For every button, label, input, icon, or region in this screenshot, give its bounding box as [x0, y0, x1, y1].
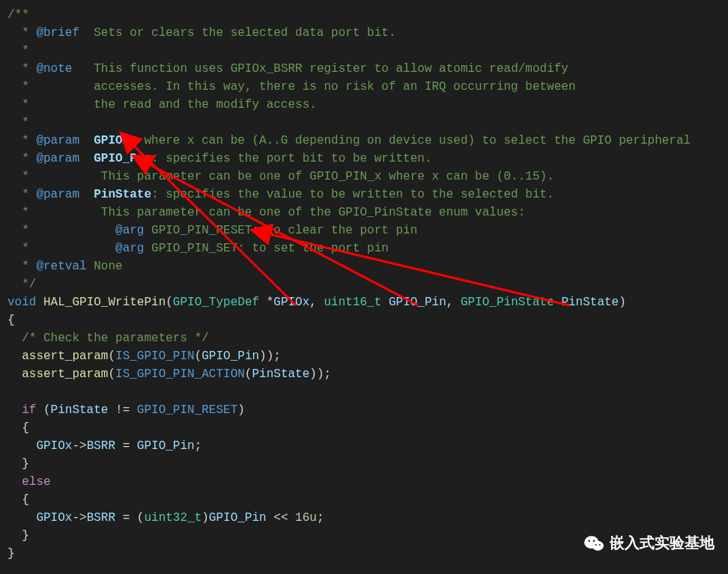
svg-point-4 — [593, 540, 595, 542]
param3-name: PinState — [94, 188, 151, 201]
type-uint32: uint32_t — [144, 511, 201, 525]
note-line2: accesses. In this way, there is no risk … — [94, 80, 575, 94]
param3-desc2: This parameter can be one of the GPIO_Pi… — [101, 206, 526, 219]
code-editor: /** * @brief Sets or clears the selected… — [0, 0, 728, 569]
shift-literal: 16u — [295, 511, 317, 525]
assert-call: assert_param — [22, 349, 108, 363]
comment-close: */ — [22, 278, 36, 291]
param2-desc: : specifies the port bit to be written. — [151, 152, 431, 165]
keyword-void: void — [7, 296, 36, 309]
body-comment: /* Check the parameters */ — [22, 332, 209, 345]
watermark-text: 嵌入式实验基地 — [610, 533, 715, 553]
arg-gpiopin: GPIO_Pin — [389, 296, 446, 309]
keyword-if: if — [22, 403, 36, 417]
retval-text: None — [94, 260, 122, 273]
type-gpiotypedef: GPIO_TypeDef — [173, 296, 259, 309]
arg-pinstate: PinState — [561, 296, 619, 309]
macro-isgpiopin: IS_GPIO_PIN — [115, 349, 195, 363]
doxygen-tag-param: @param — [36, 134, 79, 147]
function-name: HAL_GPIO_WritePin — [43, 296, 166, 309]
arg-gpiox: GPIOx — [273, 296, 309, 309]
brief-text: Sets or clears the selected data port bi… — [94, 26, 395, 40]
macro-isgpioaction: IS_GPIO_PIN_ACTION — [115, 367, 245, 381]
note-line3: the read and the modify access. — [94, 98, 317, 112]
doxygen-tag-retval: @retval — [36, 260, 86, 273]
svg-point-6 — [599, 543, 601, 545]
param1-desc: : where x can be (A..G depending on devi… — [130, 134, 691, 147]
arg2-text: GPIO_PIN_SET: to set the port pin — [151, 242, 389, 255]
type-uint16: uint16_t — [324, 296, 382, 309]
param3-desc: : specifies the value to be written to t… — [151, 188, 554, 201]
note-line1: This function uses GPIOx_BSRR register t… — [94, 62, 568, 76]
doxygen-tag-note: @note — [36, 62, 72, 76]
doxygen-tag-brief: @brief — [36, 26, 79, 40]
param2-desc2: This parameter can be one of GPIO_PIN_x … — [101, 170, 554, 183]
watermark: 嵌入式实验基地 — [584, 533, 715, 553]
svg-point-2 — [592, 540, 604, 550]
doxygen-tag-arg: @arg — [115, 224, 144, 237]
type-pinstate: GPIO_PinState — [461, 296, 554, 309]
keyword-else: else — [22, 475, 50, 489]
svg-point-3 — [588, 540, 590, 542]
const-reset: GPIO_PIN_RESET — [137, 403, 237, 417]
comment-open: /** — [7, 8, 29, 22]
param1-name: GPIOx — [94, 134, 130, 147]
wechat-icon — [584, 535, 604, 552]
svg-point-5 — [595, 543, 597, 545]
param2-name: GPIO_Pin — [94, 152, 151, 165]
field-bsrr: BSRR — [87, 439, 115, 453]
arg1-text: GPIO_PIN_RESET: to clear the port pin — [151, 224, 417, 237]
